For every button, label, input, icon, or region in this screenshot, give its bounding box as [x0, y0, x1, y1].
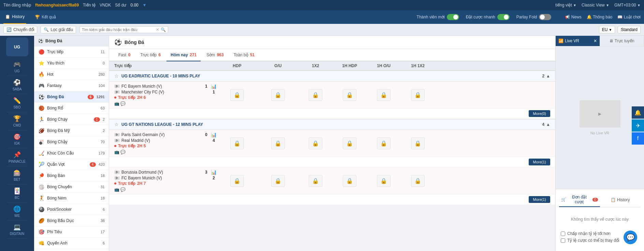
- tab-2[interactable]: Hôm nay 271: [166, 49, 201, 61]
- nav-history[interactable]: 📋 History: [3, 10, 26, 24]
- lock-icon-3-0-0[interactable]: 🔒: [343, 89, 356, 101]
- odds-cell-1-1-0[interactable]: 🔒: [258, 137, 298, 149]
- lock-icon-5-1-0[interactable]: 🔒: [411, 137, 425, 149]
- sidebar-item-ug[interactable]: 🎮 UG: [7, 58, 27, 76]
- timezone-selector[interactable]: GMT+03:00 ▼: [614, 3, 641, 8]
- sport-item-5[interactable]: 🏀 Bóng Rổ 63: [34, 103, 109, 114]
- float-notification-icon[interactable]: 🔔: [632, 106, 644, 119]
- accept-better-checkbox[interactable]: [561, 232, 565, 236]
- odds-cell-4-1-0[interactable]: 🔒: [367, 137, 401, 149]
- thanh-vien-moi-switch[interactable]: [447, 14, 459, 20]
- sidebar-item-cmd[interactable]: 🏆 CMD: [7, 112, 27, 130]
- odds-cell-1-1-1[interactable]: 🔒: [258, 175, 298, 187]
- tab-3[interactable]: Sớm 963: [202, 49, 228, 61]
- loc-giai-dau-btn[interactable]: 🔍 Lọc giải đấu: [41, 26, 76, 33]
- stream-icon-1-0[interactable]: 📺: [114, 150, 119, 154]
- stats-icon-0-0[interactable]: 📊: [211, 84, 217, 89]
- lock-icon-1-1-0[interactable]: 🔒: [271, 137, 285, 149]
- search-clear-icon[interactable]: ✕: [156, 27, 159, 32]
- more-btn-1-1[interactable]: More(1): [529, 196, 550, 203]
- search-input[interactable]: [82, 28, 156, 32]
- sport-item-0[interactable]: 🔴 Trực tiếp 11: [34, 46, 109, 58]
- league-chevron-0[interactable]: ▲: [546, 74, 550, 78]
- standard-dropdown[interactable]: Standard: [618, 26, 641, 33]
- close-icon[interactable]: ✕: [594, 39, 597, 43]
- view-selector[interactable]: Classic View ▼: [582, 3, 609, 8]
- sport-item-4[interactable]: ⚽ Bóng Đá 6 1291: [34, 91, 109, 103]
- chat-match-icon-1-1[interactable]: 💬: [120, 187, 126, 192]
- sport-item-17[interactable]: 👊 Quyền Anh 6: [34, 238, 109, 249]
- history-tab[interactable]: 📋 History: [600, 193, 641, 207]
- sidebar-item-sbo[interactable]: ✏️ SBO: [7, 94, 27, 112]
- search-input-wrapper[interactable]: ✕ 🔍: [79, 26, 168, 33]
- odds-change-checkbox[interactable]: [561, 238, 565, 243]
- sidebar-item-digitain[interactable]: 💻 DIGITAIN: [7, 221, 27, 239]
- odds-cell-2-1-0[interactable]: 🔒: [298, 137, 333, 149]
- sport-item-9[interactable]: 🏒 Khúc Côn Cầu 179: [34, 148, 109, 159]
- sport-item-14[interactable]: 🎱 Pool/Snooker 6: [34, 204, 109, 215]
- odds-cell-0-1-0[interactable]: 🔒: [217, 137, 258, 149]
- sport-item-6[interactable]: 🏃 Bóng Chạy 1 2: [34, 114, 109, 125]
- sidebar-ug-logo[interactable]: UG: [6, 38, 28, 56]
- odds-cell-4-0-0[interactable]: 🔒: [367, 89, 401, 101]
- odds-cell-0-0-0[interactable]: 🔒: [217, 89, 258, 101]
- sport-item-13[interactable]: 🤾 Bóng Ném 18: [34, 193, 109, 204]
- chuyen-doi-btn[interactable]: 🔄 Chuyển đổi: [3, 26, 37, 33]
- odds-cell-1-0-0[interactable]: 🔒: [258, 89, 298, 101]
- tab-4[interactable]: Toàn bộ 51: [230, 49, 259, 61]
- sport-item-8[interactable]: 🎳 Bóng Chậy 70: [34, 136, 109, 148]
- float-facebook-icon[interactable]: f: [632, 132, 644, 145]
- odds-cell-3-1-0[interactable]: 🔒: [333, 137, 367, 149]
- lock-icon-0-1-1[interactable]: 🔒: [230, 175, 244, 187]
- sidebar-item-bet[interactable]: 🎰 BET: [7, 166, 27, 184]
- sidebar-item-pinnacle[interactable]: 📌 PINNACLE: [7, 148, 27, 166]
- league-star-1[interactable]: ☆: [114, 122, 119, 127]
- lock-icon-4-1-1[interactable]: 🔒: [377, 175, 391, 187]
- sport-item-7[interactable]: 🏈 Bóng Đá Mỹ 2: [34, 125, 109, 136]
- odds-cell-5-1-1[interactable]: 🔒: [401, 175, 435, 187]
- odds-cell-2-0-0[interactable]: 🔒: [298, 89, 333, 101]
- lock-icon-2-1-1[interactable]: 🔒: [309, 175, 322, 187]
- sport-item-1[interactable]: ⭐ Yêu thích 0: [34, 58, 109, 69]
- sidebar-item-bc[interactable]: 🃏 BC: [7, 184, 27, 203]
- odds-cell-5-0-0[interactable]: 🔒: [401, 89, 435, 101]
- tab-1[interactable]: Trực tiếp 6: [136, 49, 165, 61]
- lock-icon-0-1-0[interactable]: 🔒: [230, 137, 244, 149]
- stream-icon-0-0[interactable]: 📺: [114, 101, 119, 106]
- sidebar-item-igk[interactable]: 🎯 IGK: [7, 130, 27, 148]
- float-telegram-icon[interactable]: ✈: [632, 119, 644, 132]
- chat-bubble[interactable]: 💬: [624, 231, 637, 244]
- sport-item-11[interactable]: 🏓 Bóng Bàn 18: [34, 170, 109, 181]
- lock-icon-2-1-0[interactable]: 🔒: [309, 137, 322, 149]
- more-btn-1-0[interactable]: More(1): [529, 159, 550, 165]
- lock-icon-5-1-1[interactable]: 🔒: [411, 175, 425, 187]
- lock-icon-4-1-0[interactable]: 🔒: [377, 137, 391, 149]
- sport-item-10[interactable]: 🎾 Quần Vợt 4 420: [34, 159, 109, 170]
- tab-0[interactable]: Fast 0: [114, 49, 134, 61]
- more-btn-0-0[interactable]: More(0): [529, 110, 550, 117]
- truc-tuyen-tab[interactable]: 🖥 Trực tuyến: [600, 36, 644, 46]
- parlay-fold-switch[interactable]: [539, 14, 551, 20]
- sport-item-2[interactable]: 🔥 Hot 280: [34, 69, 109, 80]
- language-selector[interactable]: tiếng việt ▼: [555, 3, 576, 8]
- odds-cell-3-1-1[interactable]: 🔒: [333, 175, 367, 187]
- league-star-0[interactable]: ☆: [114, 73, 119, 79]
- eu-dropdown[interactable]: EU ▼: [599, 26, 615, 33]
- sport-item-12[interactable]: 🏐 Bóng Chuyền 31: [34, 181, 109, 193]
- odds-cell-0-1-1[interactable]: 🔒: [217, 175, 258, 187]
- odds-cell-5-1-0[interactable]: 🔒: [401, 137, 435, 149]
- lock-icon-3-1-0[interactable]: 🔒: [343, 137, 356, 149]
- stream-icon-1-1[interactable]: 📺: [114, 187, 119, 192]
- lock-icon-5-0-0[interactable]: 🔒: [411, 89, 425, 101]
- parlay-fold-toggle[interactable]: Parlay Fold: [516, 14, 552, 20]
- sidebar-item-we[interactable]: 🌐 WE: [7, 203, 27, 221]
- lock-icon-3-1-1[interactable]: 🔒: [343, 175, 356, 187]
- odds-cell-3-0-0[interactable]: 🔒: [333, 89, 367, 101]
- dat-cuoc-nhanh-switch[interactable]: [497, 14, 510, 20]
- odds-cell-2-1-1[interactable]: 🔒: [298, 175, 333, 187]
- dat-cuoc-nhanh-toggle[interactable]: Đặt cược nhanh: [466, 14, 510, 20]
- thong-bao-btn[interactable]: 🔔 Thông báo: [587, 15, 613, 19]
- nav-ketqua[interactable]: 🏆 Kết quả: [33, 10, 58, 24]
- luat-choi-btn[interactable]: 📖 Luật chơi: [617, 15, 641, 19]
- lock-icon-0-0-0[interactable]: 🔒: [230, 89, 244, 101]
